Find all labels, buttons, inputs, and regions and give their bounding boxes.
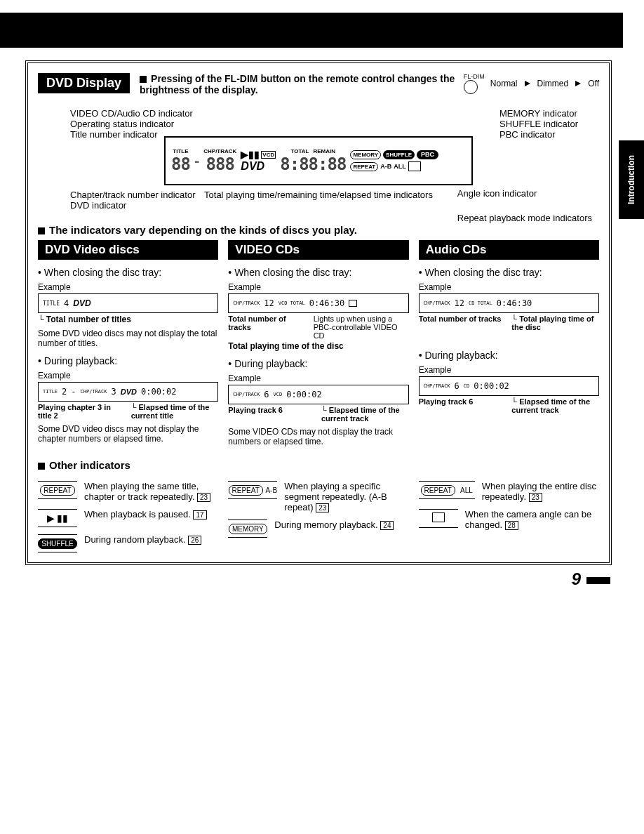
page-ref: 24 [380,521,394,530]
example-label: Example [38,282,218,292]
example-caption: Total number of tracks [419,315,507,331]
arrow-icon [575,81,581,86]
list-item: When closing the disc tray: [419,267,599,278]
other-indicators-heading: Other indicators [38,459,599,471]
display-panel: TITLE 88 - CHP/TRACK 888 ▶▮▮VCD DVD TOTA… [164,136,473,185]
callout-label: MEMORY indicator [499,108,578,119]
vary-note: The indicators vary depending on the kin… [38,224,599,236]
example-caption: └ Elapsed time of the current title [131,403,219,420]
example-caption: └ Total number of titles [38,315,218,324]
example-label: Example [419,282,599,292]
play-pause-icon: ▶ ▮▮ [47,512,69,524]
example-display: CHP/TRACK 12 CD TOTAL 0:46:30 [419,293,599,313]
page-ref: 23 [316,503,329,512]
list-item: During playback: [228,358,408,369]
example-caption: Playing track 6 [228,406,316,423]
example-label: Example [228,373,408,383]
example-caption: Total playing time of the disc [228,341,408,351]
fl-dim-button-icon [464,80,478,94]
indicator-item: ▶ ▮▮ When playback is paused. 17 [38,509,218,527]
camera-angle-icon [432,512,445,522]
col-cd: Audio CDs When closing the disc tray: Ex… [419,240,599,446]
example-caption: Lights up when using a PBC-controllable … [314,315,409,340]
col-dvd: DVD Video discs When closing the disc tr… [38,240,218,446]
memory-icon: MEMORY [229,524,267,534]
note-text: Some DVD video discs may not display the… [38,329,218,348]
example-caption: Total number of tracks [228,315,307,340]
shuffle-icon: SHUFFLE [38,538,77,549]
example-display: CHP/TRACK6 VCD 0:00:02 [228,385,408,404]
list-item: When closing the disc tray: [228,267,408,278]
disc-type-columns: DVD Video discs When closing the disc tr… [38,240,599,446]
col-heading: Audio CDs [419,240,599,260]
col-heading: VIDEO CDs [228,240,408,260]
callout-label: Angle icon indicator [457,188,592,199]
section-title: DVD Display [38,73,130,93]
arrow-icon [525,81,530,86]
example-display: TITLE2- CHP/TRACK3 DVD 0:00:02 [38,382,218,402]
page-ref: 23 [529,493,542,502]
repeat-all-icon: REPEAT [421,485,455,496]
callout-label: Repeat playback mode indicators [457,213,592,223]
fl-dim-note: Pressing of the FL-DIM button on the rem… [140,73,464,95]
col-heading: DVD Video discs [38,240,218,260]
example-caption: └ Elapsed time of the current track [321,406,409,423]
camera-angle-icon [408,161,421,171]
indicator-item: SHUFFLE During random playback. 26 [38,534,218,552]
pbc-icon [349,300,357,307]
page-number: 9 [0,569,610,589]
example-display: CHP/TRACK 12 VCD TOTAL 0:46:30 [228,293,408,313]
example-label: Example [419,365,599,375]
indicators-grid: REPEAT When playing the same title, chap… [38,474,599,552]
indicator-item: When the camera angle can be changed. 28 [419,509,599,530]
indicator-item: MEMORY During memory playback. 24 [228,519,408,538]
page-ref: 26 [188,536,201,545]
play-pause-icon: ▶▮▮ [241,149,260,160]
callout-label: VIDEO CD/Audio CD indicator [70,108,193,119]
example-display: CHP/TRACK6 CD 0:00:02 [419,376,599,396]
example-label: Example [38,371,218,380]
callout-label: Chapter/track number indicator [70,190,195,200]
callout-label: SHUFFLE indicator [499,119,578,129]
example-caption: Playing chapter 3 in title 2 [38,403,126,420]
page-ref: 23 [197,493,210,502]
example-caption: Playing track 6 [419,397,507,414]
example-caption: └ Total playing time of the disc [511,315,599,331]
example-label: Example [228,282,408,292]
header-black-bar [0,13,623,48]
note-text: Some DVD video discs may not display the… [38,424,218,444]
page-ref: 28 [505,521,518,530]
example-display: TITLE 4 DVD [38,293,218,313]
page-ref: 17 [193,510,206,519]
fl-dim-states: FL-DIM Normal Dimmed Off [464,73,599,94]
note-text: Some VIDEO CDs may not display the track… [228,427,408,446]
example-caption: └ Elapsed time of the current track [511,397,599,414]
col-vcd: VIDEO CDs When closing the disc tray: Ex… [228,240,408,446]
indicator-item: REPEAT When playing the same title, chap… [38,481,218,502]
repeat-icon: REPEAT [40,485,74,496]
side-tab: Introduction [619,140,644,219]
list-item: During playback: [419,350,599,361]
content-frame: DVD Display Pressing of the FL-DIM butto… [25,60,612,565]
callout-label: Operating status indicator [70,119,193,129]
dvd-logo-icon: DVD [241,160,276,173]
callout-labels-bottom: Chapter/track number indicator DVD indic… [38,190,599,200]
callout-label: DVD indicator [70,200,195,211]
indicator-item: REPEAT ALL When playing the entire disc … [419,481,599,502]
repeat-ab-icon: REPEAT [229,485,263,496]
indicator-item: REPEAT A-B When playing a specific segme… [228,481,408,512]
list-item: When closing the disc tray: [38,267,218,278]
list-item: During playback: [38,355,218,366]
callout-label: PBC indicator [499,129,578,140]
